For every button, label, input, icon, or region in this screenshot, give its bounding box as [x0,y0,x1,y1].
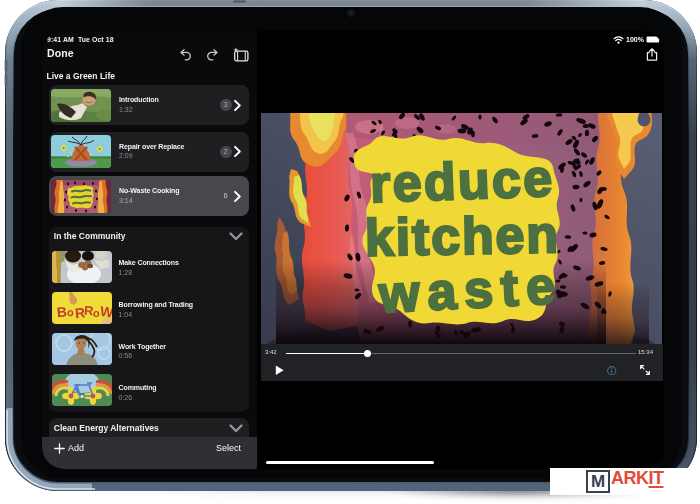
svg-text:waste: waste [377,256,556,323]
svg-text:W: W [99,302,112,320]
svg-text:reduce: reduce [369,149,552,213]
